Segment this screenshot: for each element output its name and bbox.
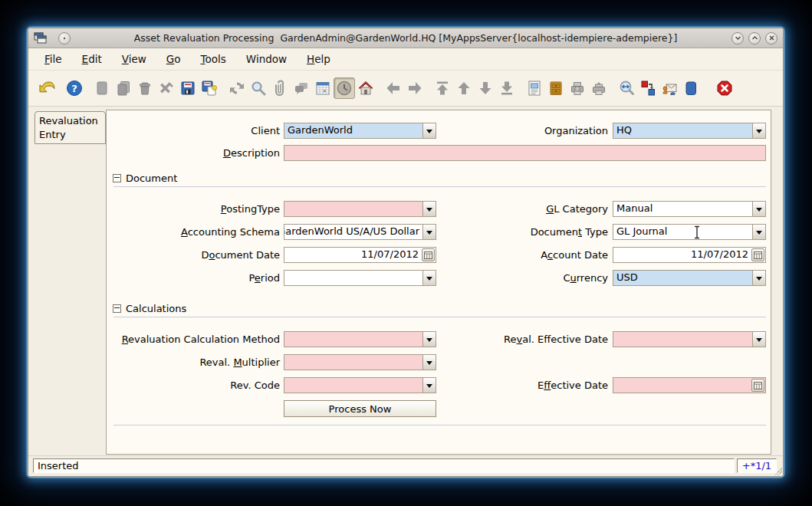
effective-date-value [613,378,751,393]
collapse-icon[interactable] [113,304,121,313]
gl-category-label: GL Category [413,201,608,217]
document-type-field[interactable]: GL Journal [613,224,766,240]
menu-bar: File Edit View Go Tools Window Help [28,48,783,71]
record-indicator[interactable]: +*1/1 [737,458,777,473]
main-area: Revaluation Entry Client GardenWorld Org… [28,107,783,455]
menu-file[interactable]: File [35,50,72,68]
menu-window[interactable]: Window [236,50,297,68]
currency-dropdown-icon[interactable] [752,271,765,285]
help-icon[interactable]: ? [64,77,85,99]
calendar-icon[interactable] [312,77,334,99]
zoom-across-icon[interactable] [616,77,637,99]
reval-effective-date-label: Reval. Effective Date [413,331,608,347]
save-and-create-icon[interactable] [199,77,220,99]
save-icon[interactable] [177,77,199,99]
delete-selection-icon[interactable] [156,77,177,99]
reval-calc-method-label: Revaluation Calculation Method [107,331,280,347]
collapse-icon[interactable] [113,174,121,182]
organization-field[interactable]: HQ [613,123,766,139]
workflow-icon[interactable] [637,77,659,99]
effective-date-label: Effective Date [413,377,608,393]
effective-date-field[interactable] [613,377,766,393]
accounting-schema-value: GardenWorld US/A/US Dollar [284,225,422,239]
menu-tools[interactable]: Tools [191,50,236,68]
product-info-icon[interactable] [680,77,702,99]
undo-icon[interactable] [36,77,58,99]
menu-view[interactable]: View [112,50,156,68]
tab-revaluation-entry[interactable]: Revaluation Entry [35,111,106,144]
archive-icon[interactable] [545,77,567,99]
effective-date-calendar-icon[interactable] [751,379,764,392]
history-icon[interactable] [334,77,355,99]
home-icon[interactable] [355,77,376,99]
maximize-icon[interactable] [748,32,761,44]
period-label: Period [107,270,280,286]
menu-edit[interactable]: Edit [72,50,112,68]
reval-calc-method-value [284,332,422,347]
currency-field[interactable]: USD [613,270,766,286]
description-value [284,146,765,160]
back-icon[interactable] [383,77,404,99]
print-preview-icon[interactable] [567,77,588,99]
reval-multiplier-label: Reval. Multiplier [107,354,280,370]
first-record-icon[interactable] [432,77,453,99]
new-record-icon[interactable] [91,77,113,99]
app-window-icon [34,32,48,44]
section-calculations[interactable]: Calculations [113,302,186,314]
section-calculations-title: Calculations [126,303,186,314]
app-window: Asset Revaluation Processing GardenAdmin… [28,28,784,477]
menu-help[interactable]: Help [297,50,340,68]
rev-code-label: Rev. Code [107,377,280,393]
find-icon[interactable] [248,77,269,99]
chat-icon[interactable] [291,77,312,99]
window-menu-button[interactable] [58,32,71,44]
posting-type-label: PostingType [107,201,280,217]
reval-effective-date-dropdown-icon[interactable] [752,332,765,347]
refresh-icon[interactable] [226,77,248,99]
reval-multiplier-dropdown-icon[interactable] [422,355,436,370]
reval-effective-date-field[interactable] [613,331,766,347]
toolbar: ? [28,71,783,107]
organization-dropdown-icon[interactable] [752,123,765,138]
last-record-icon[interactable] [496,77,518,99]
exit-icon[interactable] [714,77,735,99]
document-type-value: GL Journal [613,225,752,239]
resize-grip[interactable] [774,468,782,475]
close-icon[interactable] [765,32,777,44]
organization-value: HQ [613,123,752,138]
next-record-icon[interactable] [475,77,496,99]
menu-go[interactable]: Go [156,50,191,68]
document-type-label: Document Type [413,224,608,240]
description-label: Description [107,145,280,161]
previous-record-icon[interactable] [453,77,475,99]
request-icon[interactable] [659,77,680,99]
minimize-icon[interactable] [731,32,744,44]
account-date-field[interactable]: 11/07/2012 [613,247,766,263]
gl-category-dropdown-icon[interactable] [752,202,765,216]
document-type-dropdown-icon[interactable] [752,225,765,239]
print-icon[interactable] [588,77,610,99]
window-title: Asset Revaluation Processing GardenAdmin… [120,32,691,44]
section-document[interactable]: Document [113,172,177,184]
currency-value: USD [613,271,752,285]
posting-type-value [284,202,422,216]
forward-icon[interactable] [404,77,426,99]
reval-multiplier-field[interactable] [284,354,436,370]
copy-record-icon[interactable] [113,77,134,99]
account-date-calendar-icon[interactable] [751,248,764,261]
gl-category-field[interactable]: Manual [613,201,766,217]
gl-category-value: Manual [613,202,752,216]
process-now-button[interactable]: Process Now [284,400,436,417]
account-date-value: 11/07/2012 [613,248,751,262]
description-field[interactable] [284,145,766,161]
client-label: Client [107,123,280,139]
section-divider [113,317,766,317]
attachment-icon[interactable] [269,77,291,99]
status-message: Inserted [33,458,735,473]
ibeam-cursor [693,225,701,239]
client-value: GardenWorld [284,123,422,138]
title-bar: Asset Revaluation Processing GardenAdmin… [28,28,783,48]
document-date-label: Document Date [107,247,280,263]
delete-record-icon[interactable] [134,77,156,99]
report-icon[interactable] [524,77,545,99]
